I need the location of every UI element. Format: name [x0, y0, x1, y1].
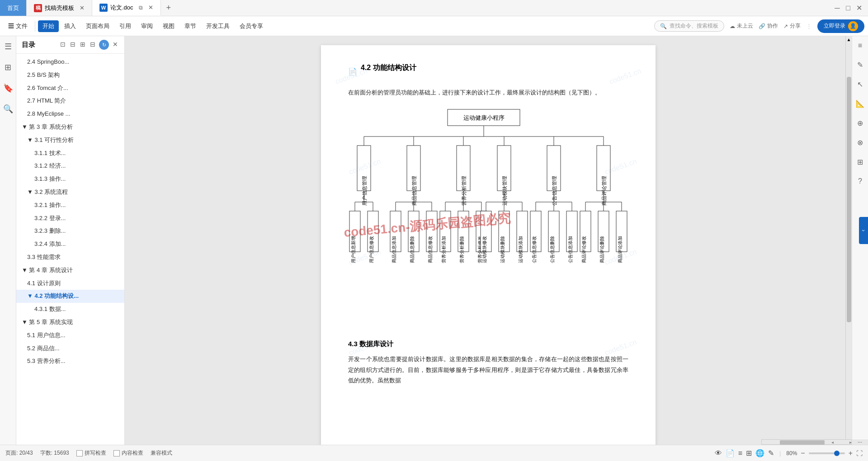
- tab-doc-close-icon[interactable]: ⧉: [139, 5, 143, 11]
- menu-ref[interactable]: 引用: [115, 20, 136, 32]
- right-help-icon[interactable]: ?: [856, 175, 864, 187]
- toc-item-2-8[interactable]: 2.8 MyEclipse ...: [16, 108, 124, 121]
- sidebar-header-icons: ⊡ ⊟ ⊞ ⊟ ↻ ✕: [59, 40, 119, 50]
- toc-item-4-3-1[interactable]: 4.3.1 数据...: [16, 303, 124, 316]
- menu-insert[interactable]: 插入: [60, 20, 80, 32]
- menu-layout[interactable]: 页面布局: [81, 20, 114, 32]
- menu-file[interactable]: ☰ 文件: [4, 20, 32, 32]
- zoom-slider[interactable]: [809, 452, 845, 454]
- toc-item-4-1[interactable]: 4.1 设计原则: [16, 277, 124, 290]
- toc-item-3-2-2[interactable]: 3.2.2 登录...: [16, 212, 124, 225]
- toc-item-3-1-3[interactable]: 3.1.3 操作...: [16, 173, 124, 186]
- sidebar-sync-icon[interactable]: ↻: [99, 40, 109, 50]
- new-tab-button[interactable]: +: [161, 0, 177, 16]
- section-4-2-header: 📄 4.2 功能结构设计: [348, 63, 628, 80]
- view-icon-2[interactable]: 📄: [726, 449, 735, 457]
- bookmark-icon[interactable]: 🔖: [1, 81, 15, 95]
- vertical-scrollbar-track[interactable]: ▲ ▼: [845, 36, 852, 445]
- menu-devtools[interactable]: 开发工具: [202, 20, 234, 32]
- outline-icon[interactable]: ☰: [3, 40, 14, 53]
- float-right-button[interactable]: ›: [859, 217, 868, 244]
- menu-chapter[interactable]: 章节: [180, 20, 201, 32]
- spell-check-checkbox[interactable]: [76, 450, 83, 456]
- svg-text:营养分析添加: 营养分析添加: [441, 236, 446, 263]
- vertical-scrollbar-thumb[interactable]: [847, 77, 851, 322]
- right-cursor-icon[interactable]: ↖: [855, 78, 865, 90]
- toc-item-4-2[interactable]: ▼ 4.2 功能结构设...: [16, 290, 124, 303]
- sidebar-collapse-icon[interactable]: ⊟: [69, 40, 76, 50]
- right-layers-icon[interactable]: ⊕: [855, 117, 865, 129]
- toc-item-5-3[interactable]: 5.3 营养分析...: [16, 355, 124, 368]
- menu-vip[interactable]: 会员专享: [235, 20, 268, 32]
- toc-item-3-1-1[interactable]: 3.1.1 技术...: [16, 147, 124, 160]
- collab-btn[interactable]: 🔗 协作: [759, 22, 778, 30]
- right-filter-icon[interactable]: ≡: [856, 40, 864, 52]
- document-scroll[interactable]: code51.cn code51.cn code51.cn code51.cn …: [125, 36, 852, 445]
- toc-item-2-5[interactable]: 2.5 B/S 架构: [16, 69, 124, 82]
- maximize-button[interactable]: □: [844, 5, 852, 12]
- view-icon-4[interactable]: ⊞: [746, 449, 752, 457]
- horizontal-scrollbar[interactable]: [761, 439, 852, 445]
- zoom-out-btn[interactable]: −: [801, 449, 805, 457]
- toolbar-right: 🔍 查找命令、搜索模板 ☁ 未上云 🔗 协作 ↗ 分享 ⋮ 立即登录 👤: [654, 19, 864, 33]
- close-button[interactable]: ✕: [855, 5, 863, 12]
- scroll-up-btn[interactable]: ▲: [846, 37, 852, 42]
- toc-item-3-2[interactable]: ▼ 3.2 系统流程: [16, 186, 124, 199]
- toc-item-2-4[interactable]: 2.4 SpringBoo...: [16, 56, 124, 69]
- zoom-thumb[interactable]: [834, 451, 840, 456]
- toc-item-2-7[interactable]: 2.7 HTML 简介: [16, 94, 124, 108]
- view-icon-3[interactable]: ≡: [738, 449, 742, 457]
- toc-item-5-1[interactable]: 5.1 用户信息...: [16, 329, 124, 342]
- compat-mode-label: 兼容模式: [151, 449, 172, 457]
- menu-review[interactable]: 审阅: [137, 20, 157, 32]
- search-side-icon[interactable]: 🔍: [1, 102, 15, 116]
- search-box[interactable]: 🔍 查找命令、搜索模板: [654, 20, 724, 32]
- tab-template[interactable]: 稿 找稿壳模板 ✕: [27, 0, 92, 16]
- sidebar-remove-icon[interactable]: ⊟: [89, 40, 96, 50]
- content-check-checkbox[interactable]: [113, 450, 120, 456]
- toc-item-3-1[interactable]: ▼ 3.1 可行性分析: [16, 134, 124, 147]
- menu-view[interactable]: 视图: [158, 20, 179, 32]
- toc-item-2-6[interactable]: 2.6 Tomcat 介...: [16, 82, 124, 95]
- right-image-icon[interactable]: ⊞: [855, 156, 865, 168]
- view-icon-5[interactable]: 🌐: [755, 449, 764, 457]
- minimize-button[interactable]: ─: [834, 5, 841, 12]
- toc-item-ch4[interactable]: ▼ 第 4 章 系统设计: [16, 264, 124, 277]
- horizontal-scrollbar-thumb[interactable]: [780, 440, 825, 445]
- content-check-toggle[interactable]: 内容检查: [113, 449, 143, 457]
- scroll-left-btn[interactable]: ◂: [831, 440, 834, 445]
- toc-item-3-2-1[interactable]: 3.2.1 操作...: [16, 199, 124, 212]
- right-globe-icon[interactable]: ⊗: [855, 136, 865, 149]
- menu-start[interactable]: 开始: [38, 20, 59, 32]
- sidebar-expand-icon[interactable]: ⊡: [59, 40, 66, 50]
- document-page: code51.cn code51.cn code51.cn code51.cn …: [321, 45, 656, 445]
- spell-check-toggle[interactable]: 拼写检查: [76, 449, 106, 457]
- sidebar-add-icon[interactable]: ⊞: [79, 40, 86, 50]
- right-ruler-icon[interactable]: 📐: [854, 98, 867, 110]
- toc-item-5-2[interactable]: 5.2 商品信...: [16, 342, 124, 355]
- right-pen-icon[interactable]: ✎: [855, 59, 865, 71]
- login-button[interactable]: 立即登录 👤: [817, 19, 864, 33]
- view-icon-6[interactable]: ✎: [768, 449, 774, 457]
- sidebar-close-icon[interactable]: ✕: [112, 40, 119, 50]
- login-label: 立即登录: [824, 22, 845, 30]
- sidebar: 目录 ⊡ ⊟ ⊞ ⊟ ↻ ✕ 2.4 SpringBoo... 2.5 B/S …: [16, 36, 125, 445]
- toolbar: ☰ 文件 开始 插入 页面布局 引用 审阅 视图 章节 开发工具 会员专享 🔍 …: [0, 16, 868, 36]
- toc-item-ch5[interactable]: ▼ 第 5 章 系统实现: [16, 316, 124, 329]
- nav-icon[interactable]: ⊞: [3, 61, 13, 74]
- toc-item-3-2-4[interactable]: 3.2.4 添加...: [16, 238, 124, 251]
- sep1: [35, 21, 35, 32]
- toc-item-3-2-3[interactable]: 3.2.3 删除...: [16, 225, 124, 238]
- toc-item-ch3[interactable]: ▼ 第 3 章 系统分析: [16, 121, 124, 134]
- toc-item-3-3[interactable]: 3.3 性能需求: [16, 251, 124, 264]
- share-btn[interactable]: ↗ 分享: [783, 22, 801, 30]
- view-icon-1[interactable]: 👁: [715, 449, 722, 457]
- toc-item-3-1-2[interactable]: 3.1.2 经济...: [16, 160, 124, 173]
- zoom-in-btn[interactable]: +: [849, 449, 853, 457]
- tab-doc[interactable]: W 论文.doc ⧉ ✕: [92, 0, 161, 16]
- tab-home[interactable]: 首页: [0, 0, 27, 16]
- svg-text:运动模块修改: 运动模块修改: [482, 236, 487, 263]
- tab-template-close[interactable]: ✕: [80, 5, 85, 11]
- fit-page-btn[interactable]: ⛶: [856, 450, 863, 457]
- tab-doc-close[interactable]: ✕: [148, 4, 153, 11]
